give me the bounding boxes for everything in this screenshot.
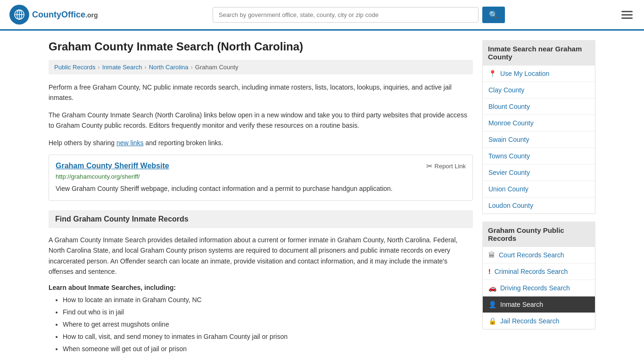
nearby-list: 📍 Use My Location Clay County Blount Cou… [482, 66, 595, 214]
breadcrumb-north-carolina[interactable]: North Carolina [149, 64, 189, 71]
criminal-icon: ! [488, 268, 491, 275]
description-2: The Graham County Inmate Search (North C… [49, 110, 473, 131]
nearby-union-county[interactable]: Union County [483, 181, 595, 197]
menu-bar [621, 17, 633, 19]
location-icon: 📍 [488, 70, 496, 77]
nearby-monroe-county[interactable]: Monroe County [483, 115, 595, 132]
inmate-icon: 👤 [488, 301, 496, 308]
inmate-search-item[interactable]: 👤 Inmate Search [483, 296, 595, 313]
list-item: How to call, visit, and send money to in… [63, 332, 473, 342]
resource-title[interactable]: Graham County Sheriff Website [56, 162, 169, 170]
find-records-body: A Graham County Inmate Search provides d… [49, 235, 473, 277]
list-item: Where to get arrest mugshots online [63, 320, 473, 329]
logo-text: CountyOffice.org [32, 10, 98, 20]
site-header: CountyOffice.org 🔍 [0, 0, 644, 31]
new-links-link[interactable]: new links [116, 139, 144, 147]
report-link[interactable]: ✂ Report Link [426, 162, 466, 171]
driving-records-item[interactable]: 🚗 Driving Records Search [483, 280, 595, 296]
breadcrumb-sep: › [98, 64, 99, 71]
resource-description: View Graham County Sheriff webpage, incl… [56, 184, 466, 194]
towns-county-link[interactable]: Towns County [488, 152, 530, 160]
bullet-list: How to locate an inmate in Graham County… [49, 295, 473, 354]
nearby-loudon-county[interactable]: Loudon County [483, 197, 595, 214]
resource-card: Graham County Sheriff Website ✂ Report L… [49, 155, 473, 201]
clay-county-link[interactable]: Clay County [488, 86, 524, 94]
public-records-section-title: Graham County Public Records [482, 222, 595, 247]
jail-records-link[interactable]: Jail Records Search [500, 317, 559, 325]
find-records-header: Find Graham County Inmate Records [49, 210, 473, 228]
search-button[interactable]: 🔍 [482, 7, 505, 23]
nearby-clay-county[interactable]: Clay County [483, 82, 595, 99]
driving-records-link[interactable]: Driving Records Search [500, 284, 570, 292]
main-content: Graham County Inmate Search (North Carol… [49, 40, 473, 356]
menu-button[interactable] [619, 9, 635, 21]
desc3-post: and reporting broken links. [144, 139, 223, 147]
nearby-towns-county[interactable]: Towns County [483, 148, 595, 165]
menu-bar [621, 11, 633, 12]
use-my-location-link[interactable]: Use My Location [500, 70, 549, 77]
search-icon: 🔍 [489, 11, 498, 19]
breadcrumb-sep: › [144, 64, 146, 71]
list-item: When someone will get out of jail or pri… [63, 344, 473, 354]
nearby-blount-county[interactable]: Blount County [483, 99, 595, 115]
sevier-county-link[interactable]: Sevier County [488, 169, 530, 176]
public-records-list: 🏛 Court Records Search ! Criminal Record… [482, 247, 595, 329]
criminal-records-item[interactable]: ! Criminal Records Search [483, 263, 595, 280]
description-3: Help others by sharing new links and rep… [49, 138, 473, 148]
breadcrumb-public-records[interactable]: Public Records [54, 64, 95, 71]
search-input[interactable] [213, 7, 479, 23]
nearby-sevier-county[interactable]: Sevier County [483, 165, 595, 181]
menu-bar [621, 14, 633, 16]
use-my-location-item[interactable]: 📍 Use My Location [483, 66, 595, 82]
breadcrumb-inmate-search[interactable]: Inmate Search [102, 64, 142, 71]
report-icon: ✂ [426, 162, 432, 171]
monroe-county-link[interactable]: Monroe County [488, 119, 534, 127]
inmate-search-link[interactable]: Inmate Search [500, 301, 543, 308]
sidebar: Inmate Search near Graham County 📍 Use M… [482, 40, 595, 356]
union-county-link[interactable]: Union County [488, 185, 528, 193]
nearby-section-title: Inmate Search near Graham County [482, 40, 595, 66]
driving-icon: 🚗 [488, 284, 496, 292]
logo-icon [9, 5, 29, 25]
search-area: 🔍 [213, 7, 505, 23]
content-wrapper: Graham County Inmate Search (North Carol… [39, 31, 605, 362]
page-title: Graham County Inmate Search (North Carol… [49, 40, 473, 53]
desc3-pre: Help others by sharing [49, 139, 116, 147]
logo-area: CountyOffice.org [9, 5, 98, 25]
court-records-item[interactable]: 🏛 Court Records Search [483, 247, 595, 263]
resource-url[interactable]: http://grahamcounty.org/sheriff/ [56, 173, 466, 180]
breadcrumb: Public Records › Inmate Search › North C… [49, 60, 473, 74]
court-icon: 🏛 [488, 251, 495, 259]
loudon-county-link[interactable]: Loudon County [488, 202, 533, 209]
breadcrumb-current: Graham County [195, 64, 239, 71]
nearby-swain-county[interactable]: Swain County [483, 132, 595, 148]
jail-icon: 🔒 [488, 317, 496, 325]
list-item: How to locate an inmate in Graham County… [63, 295, 473, 305]
swain-county-link[interactable]: Swain County [488, 136, 529, 143]
jail-records-item[interactable]: 🔒 Jail Records Search [483, 313, 595, 329]
list-item: Find out who is in jail [63, 307, 473, 317]
description-1: Perform a free Graham County, NC public … [49, 82, 473, 103]
learn-header: Learn about Inmate Searches, including: [49, 284, 473, 291]
breadcrumb-sep: › [191, 64, 193, 71]
blount-county-link[interactable]: Blount County [488, 103, 530, 110]
criminal-records-link[interactable]: Criminal Records Search [495, 268, 568, 275]
court-records-link[interactable]: Court Records Search [499, 251, 564, 259]
resource-header: Graham County Sheriff Website ✂ Report L… [56, 162, 466, 173]
